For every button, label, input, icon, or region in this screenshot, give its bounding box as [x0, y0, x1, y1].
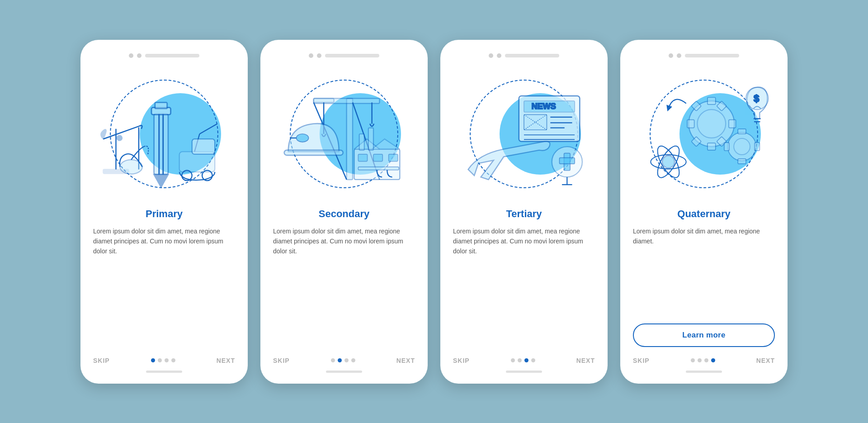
nav-dot-4 — [711, 358, 715, 362]
nav-dot-3 — [344, 358, 349, 362]
card-body-tertiary: Lorem ipsum dolor sit dim amet, mea regi… — [453, 226, 595, 345]
card-title-quaternary: Quaternary — [677, 208, 730, 220]
dots-nav-tertiary — [511, 358, 535, 362]
top-dot — [497, 53, 501, 58]
quaternary-svg-icon: $ — [633, 66, 775, 202]
home-indicator-3 — [506, 371, 542, 373]
phone-top-bar-2 — [273, 53, 415, 58]
svg-rect-48 — [560, 157, 575, 163]
phone-card-secondary: Secondary Lorem ipsum dolor sit dim amet… — [260, 40, 428, 384]
phone-top-bar-1 — [93, 53, 235, 58]
svg-rect-30 — [373, 154, 382, 161]
secondary-svg-icon — [273, 66, 415, 202]
next-button-secondary[interactable]: NEXT — [396, 357, 415, 364]
nav-dot-1 — [331, 358, 335, 362]
card-body-quaternary: Lorem ipsum dolor sit dim amet, mea regi… — [633, 226, 775, 315]
dots-nav-quaternary — [691, 358, 715, 362]
card-body-secondary: Lorem ipsum dolor sit dim amet, mea regi… — [273, 226, 415, 345]
phone-card-tertiary: NEWS — [440, 40, 608, 384]
svg-rect-28 — [354, 149, 400, 179]
svg-rect-5 — [154, 114, 168, 175]
top-dot — [137, 53, 142, 58]
top-line — [685, 54, 739, 57]
nav-dot-4 — [171, 358, 175, 362]
learn-more-button[interactable]: Learn more — [633, 323, 775, 347]
phones-container: Primary Lorem ipsum dolor sit dim amet, … — [62, 22, 806, 402]
top-dot — [669, 53, 673, 58]
nav-dot-3 — [165, 358, 169, 362]
nav-dot-4 — [531, 358, 535, 362]
phone-top-bar-4 — [633, 53, 775, 58]
svg-text:NEWS: NEWS — [532, 102, 556, 111]
top-dot — [309, 53, 313, 58]
svg-marker-8 — [154, 174, 168, 187]
top-line — [505, 54, 559, 57]
svg-rect-34 — [358, 166, 399, 170]
svg-rect-25 — [284, 150, 343, 155]
svg-point-26 — [297, 134, 309, 142]
top-line — [145, 54, 199, 57]
svg-point-67 — [662, 156, 675, 168]
svg-rect-10 — [155, 102, 167, 108]
svg-rect-54 — [708, 143, 716, 150]
svg-rect-18 — [347, 98, 353, 179]
next-button-primary[interactable]: NEXT — [217, 357, 235, 364]
svg-rect-29 — [358, 154, 367, 161]
skip-button-quaternary[interactable]: SKIP — [633, 357, 650, 364]
card-title-secondary: Secondary — [319, 208, 370, 220]
svg-point-62 — [734, 138, 750, 155]
illustration-secondary — [273, 66, 415, 202]
svg-rect-65 — [724, 143, 729, 151]
next-button-tertiary[interactable]: NEXT — [576, 357, 595, 364]
tertiary-svg-icon: NEWS — [453, 66, 595, 202]
primary-svg-icon — [93, 66, 235, 202]
svg-rect-66 — [755, 143, 760, 151]
svg-rect-64 — [738, 158, 746, 163]
phone-top-bar-3 — [453, 53, 595, 58]
nav-dot-2 — [698, 358, 702, 362]
skip-button-primary[interactable]: SKIP — [93, 357, 110, 364]
next-button-quaternary[interactable]: NEXT — [756, 357, 775, 364]
dots-nav-primary — [151, 358, 175, 362]
card-title-primary: Primary — [146, 208, 183, 220]
top-dot — [489, 53, 493, 58]
phone-bottom-quaternary: SKIP NEXT — [633, 353, 775, 364]
phone-bottom-secondary: SKIP NEXT — [273, 353, 415, 364]
nav-dot-2 — [338, 358, 342, 362]
home-indicator-1 — [146, 371, 182, 373]
top-dot — [129, 53, 133, 58]
nav-dot-1 — [151, 358, 155, 362]
illustration-tertiary: NEWS — [453, 66, 595, 202]
svg-point-52 — [697, 109, 726, 138]
illustration-primary — [93, 66, 235, 202]
skip-button-tertiary[interactable]: SKIP — [453, 357, 470, 364]
nav-dot-1 — [691, 358, 695, 362]
svg-rect-33 — [368, 128, 373, 150]
card-title-tertiary: Tertiary — [506, 208, 542, 220]
svg-rect-55 — [687, 119, 694, 128]
nav-dot-1 — [511, 358, 515, 362]
home-indicator-2 — [326, 371, 362, 373]
svg-rect-53 — [708, 97, 716, 105]
home-indicator-4 — [686, 371, 722, 373]
skip-button-secondary[interactable]: SKIP — [273, 357, 290, 364]
phone-card-quaternary: $ Quaternary Lorem ipsum dolor sit dim a… — [620, 40, 788, 384]
illustration-quaternary: $ — [633, 66, 775, 202]
phone-bottom-tertiary: SKIP NEXT — [453, 353, 595, 364]
nav-dot-4 — [351, 358, 355, 362]
nav-dot-3 — [524, 358, 528, 362]
svg-text:$: $ — [754, 93, 760, 104]
phone-bottom-primary: SKIP NEXT — [93, 353, 235, 364]
svg-rect-16 — [192, 139, 215, 154]
svg-rect-32 — [359, 134, 364, 150]
svg-rect-31 — [389, 154, 398, 161]
nav-dot-2 — [158, 358, 162, 362]
svg-line-15 — [200, 124, 217, 133]
nav-dot-2 — [518, 358, 522, 362]
top-dot — [677, 53, 681, 58]
card-body-primary: Lorem ipsum dolor sit dim amet, mea regi… — [93, 226, 235, 345]
top-line — [325, 54, 379, 57]
svg-rect-63 — [738, 128, 746, 133]
phone-card-primary: Primary Lorem ipsum dolor sit dim amet, … — [80, 40, 248, 384]
nav-dot-3 — [704, 358, 708, 362]
